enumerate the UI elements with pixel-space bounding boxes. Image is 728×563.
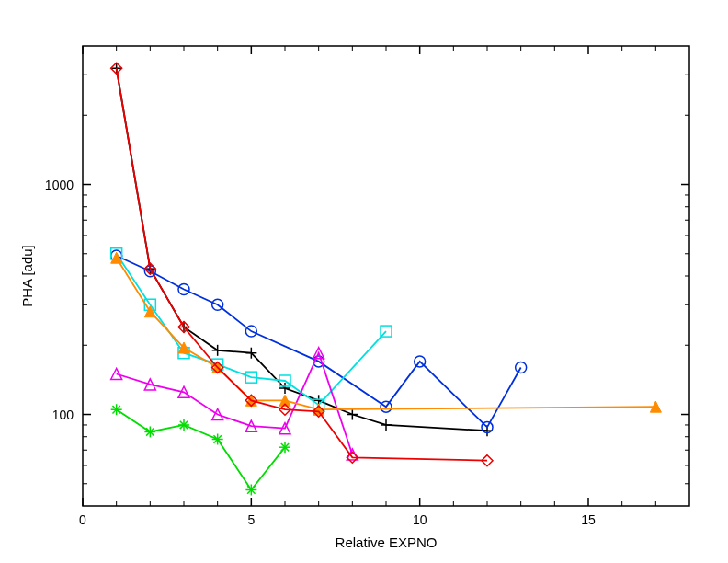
- x-ticks-bottom: [83, 498, 655, 506]
- x-tick-label: 15: [581, 512, 596, 527]
- chart-svg: 051015 1001000 Relative EXPNO PHA [adu]: [0, 0, 728, 563]
- y-ticks-left: [83, 75, 91, 484]
- y-tick-labels: 1001000: [45, 178, 74, 422]
- chart-container: 051015 1001000 Relative EXPNO PHA [adu]: [0, 0, 728, 563]
- x-tick-label: 0: [79, 512, 86, 527]
- y-tick-label: 1000: [45, 178, 74, 192]
- x-tick-labels: 051015: [79, 512, 596, 527]
- series-black-plus: [111, 63, 493, 436]
- plot-series: [111, 63, 662, 495]
- y-axis-label: PHA [adu]: [19, 245, 35, 307]
- axis-frame: [83, 46, 689, 506]
- x-axis-label: Relative EXPNO: [336, 534, 438, 550]
- series-green-asterisk: [111, 404, 290, 495]
- x-ticks-top: [83, 46, 655, 54]
- y-tick-label: 100: [52, 408, 74, 422]
- x-tick-label: 5: [247, 512, 255, 527]
- y-ticks-right: [681, 75, 689, 484]
- x-tick-label: 10: [413, 512, 427, 527]
